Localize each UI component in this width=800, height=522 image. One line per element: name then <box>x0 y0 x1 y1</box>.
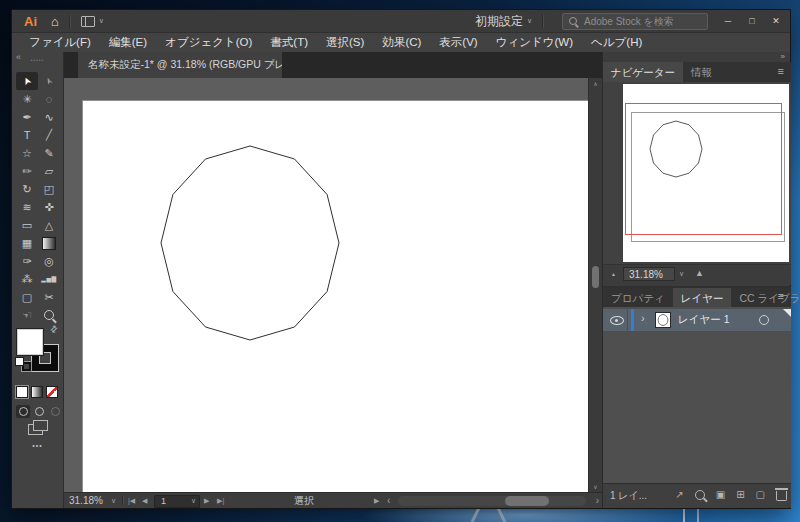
mesh-tool[interactable]: ▦ <box>16 234 38 252</box>
last-artboard-button[interactable]: ▶| <box>217 493 224 508</box>
collapse-panels-icon[interactable]: » <box>781 53 785 61</box>
line-segment-tool[interactable]: ╱ <box>38 126 60 144</box>
blend-tool[interactable]: ◎ <box>38 252 60 270</box>
workspace-preset-dropdown[interactable]: 初期設定 <box>475 13 523 30</box>
layer-name[interactable]: レイヤー 1 <box>678 313 730 327</box>
locate-object-button[interactable] <box>695 490 705 500</box>
visibility-eye-icon[interactable] <box>610 316 624 325</box>
column-graph-tool[interactable]: ▂▅▇ <box>38 270 60 288</box>
menu-item[interactable]: ヘルプ(H) <box>582 33 651 52</box>
menu-item[interactable]: 編集(E) <box>100 33 156 52</box>
pen-tool[interactable]: ✒ <box>16 108 38 126</box>
toolbar-drag-handle[interactable]: ••••• <box>12 57 63 63</box>
tab-layers[interactable]: レイヤー <box>673 288 732 309</box>
edit-toolbar-button[interactable]: ••• <box>12 442 63 449</box>
swap-fill-stroke-icon[interactable]: ⇄ <box>48 323 60 335</box>
chevron-down-icon[interactable]: ∨ <box>191 493 196 508</box>
artboard-tool[interactable]: ▢ <box>16 288 38 306</box>
menu-item[interactable]: 書式(T) <box>261 33 317 52</box>
color-button[interactable] <box>16 386 28 398</box>
symbol-sprayer-tool[interactable]: ⁂ <box>16 270 38 288</box>
chevron-down-icon[interactable]: ∨ <box>99 17 104 25</box>
scroll-down-icon[interactable]: ∨ <box>589 483 602 490</box>
lasso-tool[interactable]: ◌ <box>38 90 60 108</box>
eraser-tool[interactable]: ▱ <box>38 162 60 180</box>
previous-artboard-button[interactable]: ◀ <box>142 493 147 508</box>
fill-swatch[interactable] <box>17 329 43 355</box>
draw-inside-button[interactable] <box>48 405 62 418</box>
layer-thumbnail[interactable] <box>655 312 671 328</box>
curvature-tool[interactable]: ∿ <box>38 108 60 126</box>
menu-item[interactable]: オブジェクト(O) <box>156 33 261 52</box>
menu-item[interactable]: 選択(S) <box>317 33 373 52</box>
eyedropper-tool[interactable]: ✑ <box>16 252 38 270</box>
navigator-preview[interactable] <box>623 84 789 262</box>
layer-target-icon[interactable] <box>759 315 769 325</box>
default-fill-stroke-button[interactable] <box>15 357 31 371</box>
adobe-stock-search[interactable] <box>562 13 708 30</box>
tab-info[interactable]: 情報 <box>683 62 720 82</box>
menu-item[interactable]: 効果(C) <box>373 33 430 52</box>
collect-for-export-button[interactable]: ↗ <box>675 490 683 500</box>
zoom-tool[interactable] <box>38 306 60 324</box>
first-artboard-button[interactable]: |◀ <box>128 493 135 508</box>
none-button[interactable] <box>46 386 58 398</box>
free-transform-tool[interactable]: ▭ <box>16 216 38 234</box>
search-input[interactable] <box>582 15 701 28</box>
slice-tool[interactable]: ✂ <box>38 288 60 306</box>
layer-row[interactable]: › レイヤー 1 <box>603 309 791 332</box>
rotate-tool[interactable]: ↻ <box>16 180 38 198</box>
navigator-zoom-value[interactable]: 31.18% <box>623 267 675 281</box>
arrange-documents-icon[interactable] <box>81 16 95 27</box>
close-button[interactable]: ✕ <box>764 10 788 32</box>
expand-layer-icon[interactable]: › <box>641 312 645 324</box>
chevron-down-icon[interactable]: ∨ <box>527 17 532 25</box>
puppet-warp-tool[interactable]: ✜ <box>38 198 60 216</box>
tab-properties[interactable]: プロパティ <box>603 288 673 309</box>
draw-normal-button[interactable] <box>16 405 30 418</box>
menu-item[interactable]: 表示(V) <box>430 33 486 52</box>
hand-tool[interactable]: ☜ <box>16 306 38 324</box>
minimize-button[interactable]: ─ <box>716 10 740 32</box>
paintbrush-tool[interactable]: ✎ <box>38 144 60 162</box>
scroll-right-icon[interactable]: › <box>596 493 599 508</box>
vertical-scrollbar[interactable]: ∧ ∨ <box>588 78 602 492</box>
selection-tool[interactable]: ➤ <box>16 72 38 90</box>
vertical-scrollbar-thumb[interactable] <box>592 266 599 288</box>
gradient-button[interactable] <box>31 386 43 398</box>
width-tool[interactable]: ≋ <box>16 198 38 216</box>
shape-tool[interactable]: ☆ <box>16 144 38 162</box>
horizontal-scrollbar[interactable] <box>398 496 586 506</box>
chevron-down-icon[interactable]: ∨ <box>679 270 684 278</box>
tab-navigator[interactable]: ナビゲーター <box>603 62 683 82</box>
home-icon[interactable]: ⌂ <box>51 15 59 28</box>
horizontal-scrollbar-thumb[interactable] <box>505 496 549 506</box>
pencil-tool[interactable]: ✏ <box>16 162 38 180</box>
tab-cc-libraries[interactable]: CC ライブラリ <box>731 288 800 309</box>
menu-item[interactable]: ファイル(F) <box>20 33 100 52</box>
zoom-in-icon[interactable]: ▲ <box>695 268 704 278</box>
navigator-view-rect[interactable] <box>625 103 782 235</box>
scroll-up-icon[interactable]: ∧ <box>589 80 602 87</box>
direct-selection-tool[interactable]: ➣ <box>38 72 60 90</box>
change-screen-mode-button[interactable] <box>28 424 43 435</box>
panel-menu-icon[interactable]: ≡ <box>778 65 784 77</box>
panel-menu-icon[interactable]: ≡ <box>778 290 784 302</box>
menu-item[interactable]: ウィンドウ(W) <box>487 33 582 52</box>
type-tool[interactable]: T <box>16 126 38 144</box>
delete-layer-button[interactable] <box>776 491 787 501</box>
scroll-left-icon[interactable]: ‹ <box>387 493 390 508</box>
next-artboard-button[interactable]: ▶ <box>204 493 209 508</box>
zoom-out-icon[interactable]: ▲ <box>611 271 616 277</box>
close-tab-icon[interactable]: × <box>269 58 275 69</box>
canvas-viewport[interactable]: ∧ ∨ <box>64 78 602 492</box>
gradient-tool[interactable]: ▥ <box>38 234 60 252</box>
draw-behind-button[interactable] <box>32 405 46 418</box>
artboard-navigation-box[interactable]: 1 ∨ <box>154 495 200 508</box>
document-tab[interactable]: 名称未設定-1* @ 31.18% (RGB/GPU プレビュー) × <box>78 52 282 78</box>
status-expand-icon[interactable]: ▶ <box>374 493 379 508</box>
artwork-polygon[interactable] <box>64 78 588 492</box>
magic-wand-tool[interactable]: ✳ <box>16 90 38 108</box>
chevron-down-icon[interactable]: ∨ <box>111 493 116 508</box>
scale-tool[interactable]: ◰ <box>38 180 60 198</box>
